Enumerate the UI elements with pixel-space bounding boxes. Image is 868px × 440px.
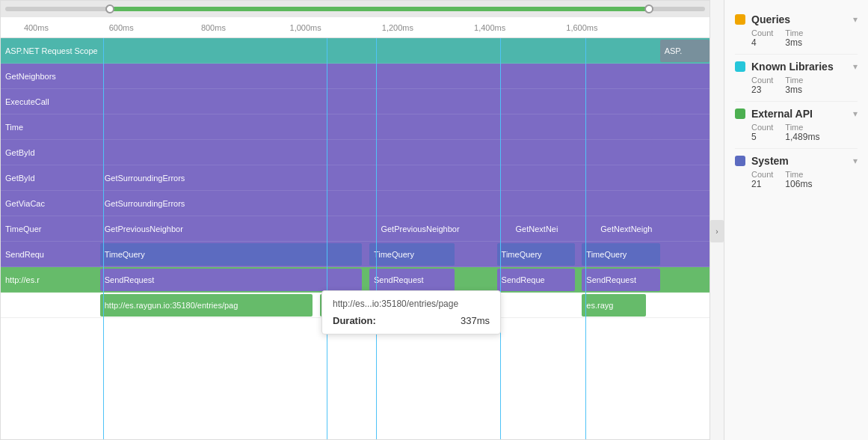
stat-time-value: 106ms [785,179,812,189]
vertical-marker [500,38,501,439]
stat-count-value: 5 [751,132,773,142]
stat-count-label: Count [751,170,773,179]
stat-time-queries: Time3ms [785,28,803,48]
trace-segment[interactable]: http://es.raygun.io:35180/entries/pag [100,294,313,317]
stat-count-value: 23 [751,85,773,95]
section-header-external-api[interactable]: External API▾ [735,108,858,120]
segment-label: ASP.NET Request Scope [1,46,102,55]
section-stats-external-api: Count5Time1,489ms [735,123,858,142]
time-tick: 400ms [24,23,49,32]
scrubber-handle-left[interactable] [105,4,114,13]
segment-label: SendRequest [582,275,641,284]
trace-segment[interactable]: SendRequest [582,269,659,291]
sidebar-section-external-api: External API▾Count5Time1,489ms [735,102,858,149]
stat-time-known-libraries: Time3ms [785,76,803,95]
trace-segment[interactable]: ASP. [660,40,710,62]
trace-row[interactable]: GetByIdGetSurroundingErrors [1,165,710,191]
vertical-marker [376,38,377,439]
time-tick: 1,400ms [474,23,505,32]
trace-segment[interactable]: http://es.r [1,269,93,291]
trace-segment[interactable]: GetById [1,167,93,189]
trace-row[interactable]: ASP.NET Request ScopeASP. [1,38,710,64]
section-title-external-api: External API [751,108,813,120]
stat-time-label: Time [785,28,803,37]
trace-segment[interactable]: TimeQuery [582,243,659,266]
trace-row[interactable]: GetById [1,140,710,165]
trace-segment[interactable]: GetPreviousNeighbor [376,218,504,240]
stat-time-label: Time [785,76,803,85]
trace-row[interactable]: ExecuteCall [1,89,710,114]
segment-label: GetSurroundingErrors [100,174,190,183]
chevron-icon-queries[interactable]: ▾ [853,14,858,25]
scrubber-handle-right[interactable] [644,4,653,13]
segment-label: http://es.r [1,275,44,284]
trace-segment[interactable]: TimeQuery [497,243,575,266]
time-axis: 400ms600ms800ms1,000ms1,200ms1,400ms1,60… [1,17,710,38]
segment-label: GetNextNeigh [596,224,656,233]
trace-segment[interactable]: GetSurroundingErrors [100,192,398,215]
vertical-marker [585,38,586,439]
trace-segment[interactable]: GetNextNei [511,218,589,240]
trace-row[interactable]: SendRequTimeQueryTimeQueryTimeQueryTimeQ… [1,242,710,267]
segment-label: TimeQuer [1,224,46,233]
trace-panel: 400ms600ms800ms1,000ms1,200ms1,400ms1,60… [0,0,710,440]
segment-label: SendRequest [100,275,159,284]
time-tick: 1,600ms [566,23,597,32]
sidebar-section-known-libraries: Known Libraries▾Count23Time3ms [735,55,858,102]
trace-row[interactable]: http://es.rSendRequestSendRequestSendReq… [1,267,710,293]
tooltip-url: http://es...io:35180/entries/page [333,299,490,309]
trace-row[interactable]: GetViaCacGetSurroundingErrors [1,191,710,216]
stat-time-value: 3ms [785,37,803,48]
trace-segment[interactable]: TimeQuery [100,243,363,266]
trace-segment[interactable]: es.rayg [582,294,645,317]
section-dot-queries [735,14,745,25]
section-dot-known-libraries [735,61,745,72]
section-header-known-libraries[interactable]: Known Libraries▾ [735,61,858,73]
chevron-icon-system[interactable]: ▾ [853,156,858,166]
segment-label: TimeQuery [100,250,150,259]
stat-count-label: Count [751,28,773,37]
sidebar-section-queries: Queries▾Count4Time3ms [735,7,858,55]
stat-count-label: Count [751,123,773,132]
time-tick: 600ms [109,23,134,32]
trace-row[interactable]: GetNeighbors [1,64,710,89]
chevron-icon-external-api[interactable]: ▾ [853,109,858,119]
timeline-scrubber[interactable] [1,1,710,17]
stat-count-value: 4 [751,37,773,48]
section-dot-system [735,156,745,166]
vertical-marker [327,38,327,439]
segment-label: http://es.raygun.io:35180/entries/pag [100,301,243,310]
time-tick: 1,000ms [290,23,321,32]
segment-label: TimeQuery [497,250,547,259]
section-title-known-libraries: Known Libraries [751,61,834,73]
trace-segment[interactable]: GetViaCac [1,192,93,215]
segment-label: GetPreviousNeighbor [376,224,464,233]
collapse-panel-button[interactable]: › [710,220,724,242]
stat-time-external-api: Time1,489ms [785,123,819,142]
hover-tooltip: http://es...io:35180/entries/page Durati… [321,290,501,334]
stat-time-label: Time [785,170,812,179]
section-header-system[interactable]: System▾ [735,155,858,167]
segment-label: TimeQuery [582,250,631,259]
tooltip-duration-value: 337ms [461,315,490,326]
section-title-system: System [751,155,789,167]
trace-row[interactable]: Time [1,114,710,140]
chevron-icon-known-libraries[interactable]: ▾ [853,61,858,72]
trace-segment[interactable]: TimeQuery [369,243,455,266]
trace-segment[interactable]: SendRequ [1,243,93,266]
trace-row[interactable]: TimeQuerGetPreviousNeighborGetPreviousNe… [1,216,710,242]
trace-segment[interactable]: ASP.NET Request Scope [1,40,390,62]
trace-segment[interactable]: TimeQuer [1,218,93,240]
segment-label: GetNeighbors [1,72,61,81]
trace-segment[interactable]: GetNextNeigh [596,218,710,240]
trace-segment[interactable]: SendReque [497,269,575,291]
segment-label: es.rayg [582,301,618,310]
stat-time-value: 3ms [785,85,803,95]
trace-segment[interactable]: GetPreviousNeighbor [100,218,369,240]
section-header-queries[interactable]: Queries▾ [735,13,858,25]
trace-segment[interactable]: SendRequest [100,269,363,291]
trace-segment[interactable]: GetSurroundingErrors [100,167,398,189]
trace-segment[interactable]: SendRequest [369,269,455,291]
segment-label: Time [1,123,28,132]
stat-count-known-libraries: Count23 [751,76,773,95]
